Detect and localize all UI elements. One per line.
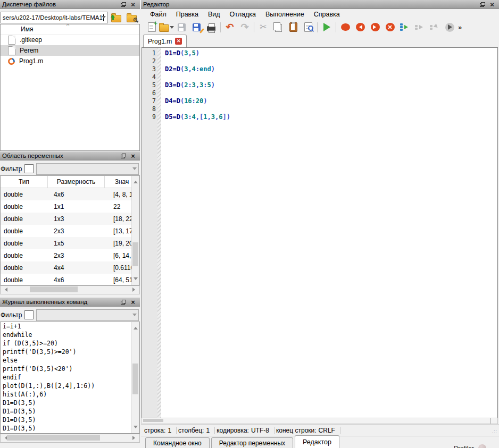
scroll-up-icon[interactable] bbox=[134, 179, 138, 183]
file-row[interactable]: Prog1.m bbox=[1, 56, 139, 66]
scrollbar-thumb[interactable] bbox=[132, 364, 138, 394]
variable-row[interactable]: double4x4[0.6110, bbox=[1, 261, 139, 274]
undock-icon[interactable] bbox=[119, 1, 128, 9]
history-command[interactable]: D1=D(3,5) bbox=[1, 399, 139, 407]
new-script-button[interactable]: + bbox=[144, 20, 159, 34]
menu-item[interactable]: Файл bbox=[145, 10, 171, 19]
next-breakpoint-button[interactable] bbox=[368, 20, 382, 34]
scroll-right-icon[interactable] bbox=[132, 436, 137, 440]
filter-checkbox[interactable] bbox=[24, 310, 34, 319]
scroll-up-icon[interactable] bbox=[134, 325, 138, 329]
close-icon[interactable]: × bbox=[128, 1, 138, 9]
history-command[interactable]: hist(A(:),6) bbox=[1, 390, 139, 399]
directory-path-combobox[interactable]: sers/u202-17/Desktop/it-labs/TEMA1 bbox=[1, 12, 108, 23]
history-command[interactable]: D1=D(3,5) bbox=[1, 416, 139, 424]
variable-row[interactable]: double1x122 bbox=[1, 200, 139, 213]
menu-item[interactable]: Отладка bbox=[225, 10, 261, 19]
tab-close-icon[interactable]: ✕ bbox=[175, 38, 182, 45]
code-line[interactable]: D5=D(3:4,[1,3,6]) bbox=[165, 113, 497, 121]
toolbar-overflow-button[interactable]: » bbox=[458, 23, 462, 31]
vertical-scrollbar[interactable] bbox=[131, 322, 139, 433]
history-command[interactable]: printf('D(3,5)>=20') bbox=[1, 348, 139, 356]
horizontal-scrollbar[interactable] bbox=[0, 434, 140, 443]
scrollbar-thumb[interactable] bbox=[7, 435, 100, 441]
step-button[interactable] bbox=[397, 20, 412, 34]
history-command[interactable]: endif bbox=[1, 373, 139, 382]
history-command[interactable]: endwhile bbox=[1, 331, 139, 339]
code-line[interactable] bbox=[165, 57, 497, 65]
filter-checkbox[interactable] bbox=[24, 164, 34, 173]
close-icon[interactable]: × bbox=[128, 298, 138, 306]
history-command[interactable]: i=i+1 bbox=[1, 322, 139, 331]
menu-item[interactable]: Справка bbox=[309, 10, 345, 19]
scroll-left-icon[interactable] bbox=[3, 288, 7, 292]
dock-tab[interactable]: Редактор bbox=[295, 435, 339, 448]
toggle-breakpoint-button[interactable] bbox=[338, 20, 353, 34]
horizontal-scrollbar[interactable] bbox=[0, 285, 140, 294]
filter-combobox[interactable] bbox=[36, 309, 139, 321]
variable-row[interactable]: double1x5[19, 20, 2 bbox=[1, 237, 139, 249]
menu-item[interactable]: Вид bbox=[203, 10, 225, 19]
open-file-button[interactable] bbox=[159, 20, 174, 34]
variable-row[interactable]: double1x3[18, 22, 2 bbox=[1, 213, 139, 225]
scroll-down-icon[interactable] bbox=[134, 426, 138, 430]
column-header[interactable]: Тип bbox=[1, 176, 48, 188]
close-icon[interactable]: × bbox=[128, 152, 138, 160]
undo-button[interactable]: ↶ bbox=[222, 20, 237, 34]
browser-actions-button[interactable]: ⚙ bbox=[124, 11, 139, 24]
one-directory-up-button[interactable] bbox=[109, 11, 123, 24]
find-replace-button[interactable] bbox=[301, 20, 315, 34]
code-editor-area[interactable]: 123456789 D1=D(3,5) D2=D(3,4:end) D3=D(2… bbox=[142, 47, 498, 419]
horizontal-scrollbar[interactable] bbox=[142, 418, 490, 424]
history-command[interactable]: if (D(3,5)>=20) bbox=[1, 339, 139, 348]
menu-item[interactable]: Правка bbox=[171, 10, 203, 19]
history-command[interactable]: D1=D(3,5) bbox=[1, 407, 139, 416]
code-line[interactable] bbox=[165, 89, 497, 97]
file-list-name-column-header[interactable]: Имя bbox=[1, 24, 139, 35]
scrollbar-thumb[interactable] bbox=[30, 286, 78, 292]
undock-icon[interactable] bbox=[478, 1, 487, 9]
code-line[interactable]: D4=D(16:20) bbox=[165, 97, 497, 105]
paste-button[interactable] bbox=[286, 20, 301, 34]
variable-row[interactable]: double4x6[64, 512, bbox=[1, 274, 139, 285]
scroll-right-icon[interactable] bbox=[132, 288, 137, 292]
dock-tab[interactable]: Редактор переменных bbox=[211, 437, 293, 448]
code-line[interactable] bbox=[165, 73, 497, 81]
filter-combobox[interactable] bbox=[36, 163, 139, 175]
vertical-scrollbar[interactable] bbox=[131, 176, 139, 285]
scrollbar-thumb[interactable] bbox=[132, 242, 138, 266]
close-icon[interactable]: × bbox=[487, 1, 497, 9]
code-line[interactable] bbox=[165, 105, 497, 113]
profiler-toggle[interactable]: Profiler bbox=[454, 444, 486, 448]
breakpoint-margin[interactable] bbox=[157, 48, 161, 418]
history-command[interactable]: printf('D(3,5)<20') bbox=[1, 365, 139, 373]
column-header[interactable]: Размерность bbox=[48, 176, 105, 188]
remove-breakpoints-button[interactable]: ✕ bbox=[382, 20, 397, 34]
code-text[interactable]: D1=D(3,5) D2=D(3,4:end) D3=D(2:3,3:5) D4… bbox=[161, 48, 497, 418]
history-command[interactable]: plot(D(1,:),B([2,4],1:6)) bbox=[1, 382, 139, 390]
save-as-button[interactable] bbox=[189, 20, 204, 34]
code-line[interactable]: D3=D(2:3,3:5) bbox=[165, 81, 497, 89]
menu-item[interactable]: Выполнение bbox=[261, 10, 309, 19]
run-script-button[interactable] bbox=[319, 20, 334, 34]
resize-grip-icon[interactable]: .:: bbox=[492, 429, 497, 434]
history-command[interactable]: else bbox=[1, 356, 139, 365]
variable-row[interactable]: double2x3[6, 14, 26 bbox=[1, 249, 139, 261]
undock-icon[interactable] bbox=[119, 298, 128, 306]
scroll-down-icon[interactable] bbox=[134, 277, 138, 282]
variable-row[interactable]: double2x3[13, 17, 2 bbox=[1, 225, 139, 237]
tab-prog1m[interactable]: Prog1.m ✕ bbox=[143, 35, 187, 47]
undock-icon[interactable] bbox=[119, 152, 128, 160]
scrollbar-thumb[interactable] bbox=[143, 419, 163, 422]
history-command[interactable]: D1=D(3,5) bbox=[1, 424, 139, 433]
dock-tab[interactable]: Командное окно bbox=[145, 437, 210, 448]
file-row[interactable]: .gitkeep bbox=[1, 35, 139, 45]
code-line[interactable]: D1=D(3,5) bbox=[165, 49, 497, 57]
previous-breakpoint-button[interactable] bbox=[353, 20, 368, 34]
code-line[interactable]: D2=D(3,4:end) bbox=[165, 65, 497, 73]
print-button[interactable] bbox=[204, 20, 219, 34]
chevron-down-icon[interactable] bbox=[102, 16, 106, 21]
copy-button[interactable] bbox=[271, 20, 286, 34]
variable-row[interactable]: double4x6[4, 8, 12, bbox=[1, 188, 139, 200]
file-row[interactable]: Perem bbox=[1, 45, 139, 56]
